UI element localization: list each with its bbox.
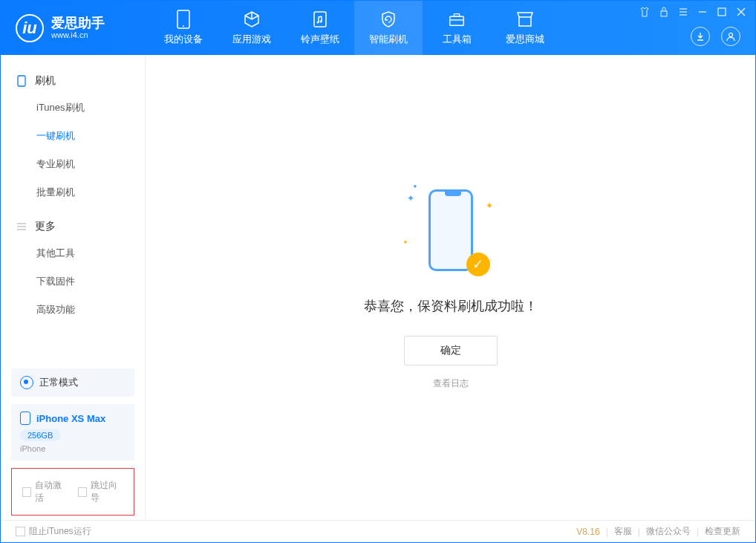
- window-controls: [639, 7, 746, 17]
- shield-refresh-icon: [379, 10, 397, 28]
- toolbox-icon: [448, 10, 466, 28]
- checkbox-block-itunes[interactable]: 阻止iTunes运行: [16, 525, 91, 538]
- svg-rect-5: [450, 16, 463, 25]
- sidebar: 刷机 iTunes刷机 一键刷机 专业刷机 批量刷机 更多 其他工具 下载固件 …: [1, 55, 146, 520]
- app-logo-icon: iu: [16, 14, 44, 42]
- checkbox-label: 自动激活: [35, 479, 68, 504]
- footer-link-wechat[interactable]: 微信公众号: [646, 525, 691, 538]
- tab-label: 应用游戏: [232, 33, 271, 46]
- checkbox-icon: [16, 527, 25, 536]
- success-message: 恭喜您，保资料刷机成功啦！: [364, 297, 538, 315]
- svg-rect-17: [18, 76, 25, 86]
- device-phone-icon: [20, 412, 30, 425]
- maximize-button[interactable]: [717, 7, 727, 17]
- tab-label: 铃声壁纸: [301, 33, 339, 46]
- logo-area: iu 爱思助手 www.i4.cn: [1, 14, 149, 42]
- checkbox-icon: [78, 487, 87, 497]
- checkbox-label: 跳过向导: [91, 479, 123, 504]
- svg-point-3: [317, 21, 319, 23]
- sparkle-icon: ✦: [486, 201, 493, 211]
- phone-icon: [16, 75, 27, 87]
- device-box[interactable]: iPhone XS Max 256GB iPhone: [11, 404, 134, 461]
- store-icon: [516, 10, 534, 28]
- close-button[interactable]: [736, 7, 746, 17]
- sidebar-section-more: 更多: [1, 214, 145, 239]
- tab-my-device[interactable]: 我的设备: [149, 1, 218, 55]
- menu-icon[interactable]: [678, 7, 688, 17]
- sidebar-item-download-firmware[interactable]: 下载固件: [1, 267, 145, 296]
- section-title-label: 刷机: [35, 74, 56, 88]
- device-name-label: iPhone XS Max: [36, 413, 105, 424]
- cube-icon: [243, 10, 261, 28]
- lock-icon[interactable]: [659, 7, 669, 17]
- svg-rect-2: [314, 12, 326, 27]
- shirt-icon[interactable]: [639, 7, 650, 17]
- svg-rect-13: [718, 8, 726, 16]
- tab-smart-flash[interactable]: 智能刷机: [354, 1, 423, 55]
- checkbox-skip-guide[interactable]: 跳过向导: [78, 479, 123, 504]
- svg-point-16: [729, 33, 733, 37]
- minimize-button[interactable]: [697, 7, 708, 17]
- view-log-link[interactable]: 查看日志: [433, 377, 469, 390]
- version-label: V8.16: [576, 527, 599, 537]
- app-subtitle: www.i4.cn: [51, 30, 105, 39]
- checkbox-label: 阻止iTunes运行: [29, 525, 91, 538]
- phone-outline-icon: [428, 189, 473, 271]
- ok-button[interactable]: 确定: [404, 336, 498, 365]
- checkbox-auto-activate[interactable]: 自动激活: [22, 479, 68, 504]
- download-icon[interactable]: [691, 27, 710, 46]
- body-area: 刷机 iTunes刷机 一键刷机 专业刷机 批量刷机 更多 其他工具 下载固件 …: [1, 55, 755, 520]
- list-icon: [16, 221, 27, 233]
- tab-store[interactable]: 爱思商城: [491, 1, 559, 55]
- sidebar-section-flash: 刷机: [1, 68, 145, 94]
- device-icon: [175, 10, 192, 28]
- highlighted-checkbox-row: 自动激活 跳过向导: [11, 468, 134, 516]
- tab-label: 工具箱: [443, 33, 472, 46]
- sparkle-icon: ●: [414, 183, 417, 189]
- sparkle-icon: ✦: [407, 193, 414, 204]
- mode-icon: [20, 376, 33, 389]
- device-storage-badge: 256GB: [20, 429, 60, 441]
- checkbox-icon: [22, 487, 31, 497]
- tab-apps-games[interactable]: 应用游戏: [218, 1, 286, 55]
- app-title: 爱思助手: [51, 16, 105, 31]
- mode-label: 正常模式: [39, 376, 78, 389]
- svg-rect-8: [661, 11, 667, 16]
- footer-link-support[interactable]: 客服: [614, 525, 632, 538]
- separator: |: [697, 527, 699, 537]
- nav-tabs: 我的设备 应用游戏 铃声壁纸 智能刷机 工具箱 爱思商城: [149, 1, 559, 55]
- footer: 阻止iTunes运行 V8.16 | 客服 | 微信公众号 | 检查更新: [1, 520, 755, 542]
- header-right-icons: [691, 27, 740, 46]
- main-content: ✦ ● ✦ ● ✓ 恭喜您，保资料刷机成功啦！ 确定 查看日志: [146, 55, 755, 520]
- sidebar-item-advanced[interactable]: 高级功能: [1, 296, 145, 324]
- user-icon[interactable]: [721, 27, 740, 46]
- sidebar-item-other-tools[interactable]: 其他工具: [1, 239, 145, 267]
- svg-point-1: [183, 25, 184, 27]
- sidebar-item-itunes-flash[interactable]: iTunes刷机: [1, 94, 145, 122]
- tab-label: 智能刷机: [369, 33, 408, 46]
- footer-right: V8.16 | 客服 | 微信公众号 | 检查更新: [576, 525, 740, 538]
- header: iu 爱思助手 www.i4.cn 我的设备 应用游戏 铃声壁纸 智能刷机 工具…: [1, 1, 755, 55]
- checkmark-badge-icon: ✓: [466, 253, 490, 276]
- mode-box[interactable]: 正常模式: [11, 368, 134, 397]
- tab-toolbox[interactable]: 工具箱: [423, 1, 491, 55]
- success-illustration: ✦ ● ✦ ● ✓: [417, 186, 484, 282]
- sidebar-item-oneclick-flash[interactable]: 一键刷机: [1, 122, 145, 150]
- device-name-row: iPhone XS Max: [20, 412, 126, 425]
- footer-link-update[interactable]: 检查更新: [705, 525, 740, 538]
- section-title-label: 更多: [35, 220, 56, 233]
- sidebar-item-batch-flash[interactable]: 批量刷机: [1, 178, 145, 207]
- sidebar-item-pro-flash[interactable]: 专业刷机: [1, 150, 145, 178]
- separator: |: [638, 527, 640, 537]
- music-file-icon: [311, 10, 329, 28]
- tab-label: 我的设备: [164, 33, 203, 46]
- svg-rect-6: [454, 13, 459, 16]
- device-type-label: iPhone: [20, 444, 126, 453]
- separator: |: [606, 527, 608, 537]
- tab-ringtone-wallpaper[interactable]: 铃声壁纸: [286, 1, 354, 55]
- tab-label: 爱思商城: [506, 33, 544, 46]
- sparkle-icon: ●: [404, 238, 408, 245]
- svg-point-4: [320, 20, 322, 22]
